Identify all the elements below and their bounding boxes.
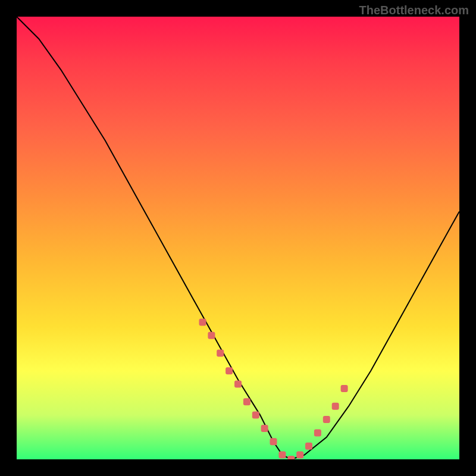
highlight-marker <box>278 452 286 459</box>
highlight-marker <box>261 425 268 432</box>
highlight-marker <box>234 381 242 388</box>
highlight-marker <box>305 443 312 450</box>
highlight-marker <box>252 412 259 419</box>
highlight-marker <box>314 429 321 436</box>
chart-plot-area <box>17 17 459 459</box>
highlight-marker <box>332 403 339 410</box>
highlight-marker <box>270 438 277 445</box>
chart-svg <box>17 17 459 459</box>
highlight-marker <box>208 332 215 339</box>
highlight-marker <box>323 416 330 423</box>
highlight-marker <box>243 398 250 405</box>
watermark-text: TheBottleneck.com <box>359 4 469 17</box>
highlight-marker <box>296 452 303 459</box>
highlight-marker <box>199 318 206 325</box>
highlight-marker <box>226 367 233 374</box>
highlight-marker <box>287 456 295 459</box>
bottleneck-curve-line <box>17 17 459 459</box>
highlight-marker <box>217 349 224 356</box>
highlight-marker <box>341 385 348 392</box>
